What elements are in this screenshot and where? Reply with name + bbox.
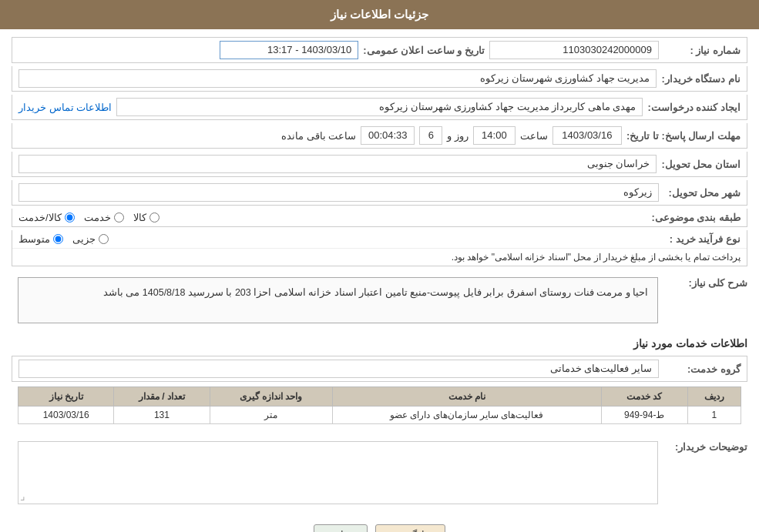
category-option-2[interactable]: خدمت <box>84 212 124 223</box>
category-label: طبقه بندی موضوعی: <box>651 212 741 223</box>
announcement-label: تاریخ و ساعت اعلان عمومی: <box>363 45 485 56</box>
table-row: 1ط-94-949فعالیت‌های سایر سازمان‌های دارا… <box>18 407 741 424</box>
buttons-row: بازگشت چاپ <box>12 515 747 532</box>
col-header-name: نام خدمت <box>332 387 601 407</box>
general-desc-label: شرح کلی نیاز: <box>670 273 747 289</box>
creator-value: مهدی ماهی کاربرداز مدیریت جهاد کشاورزی ش… <box>116 98 643 116</box>
buyer-org-value: مدیریت جهاد کشاورزی شهرستان زیرکوه <box>18 69 657 88</box>
col-header-date: تاریخ نیاز <box>18 387 114 407</box>
need-number-value: 1103030242000009 <box>489 41 659 59</box>
general-desc-value: احیا و مرمت فنات روستای اسفرق برابر فایل… <box>18 277 658 323</box>
services-table: ردیف کد خدمت نام خدمت واحد اندازه گیری ت… <box>18 386 741 424</box>
response-days: 6 <box>419 126 442 145</box>
col-header-row: ردیف <box>687 387 741 407</box>
process-label: نوع فرآیند خرید : <box>663 233 741 245</box>
print-button[interactable]: چاپ <box>314 524 368 532</box>
back-button[interactable]: بازگشت <box>375 524 445 532</box>
resize-handle: ⌟ <box>20 490 25 502</box>
city-label: شهر محل تحویل: <box>663 187 741 199</box>
process-note: پرداخت تمام یا بخشی از مبلغ خریدار از مح… <box>18 252 741 263</box>
remaining-label: ساعت باقی مانده <box>281 130 356 142</box>
category-radio-group: کالا خدمت کالا/خدمت <box>18 212 646 223</box>
need-number-label: شماره نیاز : <box>663 45 741 56</box>
buyer-notes-box[interactable]: ⌟ <box>18 441 658 504</box>
response-time: 14:00 <box>473 126 516 145</box>
page-title: جزئیات اطلاعات نیاز <box>331 8 428 21</box>
response-time-remaining: 00:04:33 <box>361 126 415 145</box>
buyer-notes-content[interactable] <box>18 442 657 504</box>
city-value: زیرکوه <box>18 183 659 202</box>
category-option-1[interactable]: کالا <box>133 212 160 223</box>
time-label: ساعت <box>520 130 548 142</box>
buyer-org-label: نام دستگاه خریدار: <box>661 73 741 85</box>
province-value: خراسان جنوبی <box>18 155 657 173</box>
page-header: جزئیات اطلاعات نیاز <box>0 0 759 29</box>
response-date: 1403/03/16 <box>552 126 622 145</box>
services-info-title: اطلاعات خدمات مورد نیاز <box>12 334 747 353</box>
col-header-qty: تعداد / مقدار <box>114 387 210 407</box>
response-date-label: مهلت ارسال پاسخ: تا تاریخ: <box>626 130 741 142</box>
province-label: استان محل تحویل: <box>661 159 741 170</box>
announcement-value: 1403/03/10 - 13:17 <box>220 41 358 59</box>
col-header-code: کد خدمت <box>601 387 687 407</box>
process-option-1[interactable]: جزیی <box>72 233 109 245</box>
days-label: روز و <box>447 130 468 142</box>
services-table-wrapper: ردیف کد خدمت نام خدمت واحد اندازه گیری ت… <box>12 386 747 430</box>
category-option-3[interactable]: کالا/خدمت <box>18 212 75 223</box>
buyer-notes-label: توضیحات خریدار: <box>670 437 747 453</box>
process-option-2[interactable]: متوسط <box>18 233 63 245</box>
service-group-label: گروه خدمت: <box>663 363 741 375</box>
creator-label: ایجاد کننده درخواست: <box>647 102 741 113</box>
service-group-value: سایر فعالیت‌های خدماتی <box>18 360 659 378</box>
col-header-unit: واحد اندازه گیری <box>210 387 332 407</box>
process-radio-group: جزیی متوسط <box>18 233 659 245</box>
contact-link[interactable]: اطلاعات تماس خریدار <box>18 102 112 113</box>
